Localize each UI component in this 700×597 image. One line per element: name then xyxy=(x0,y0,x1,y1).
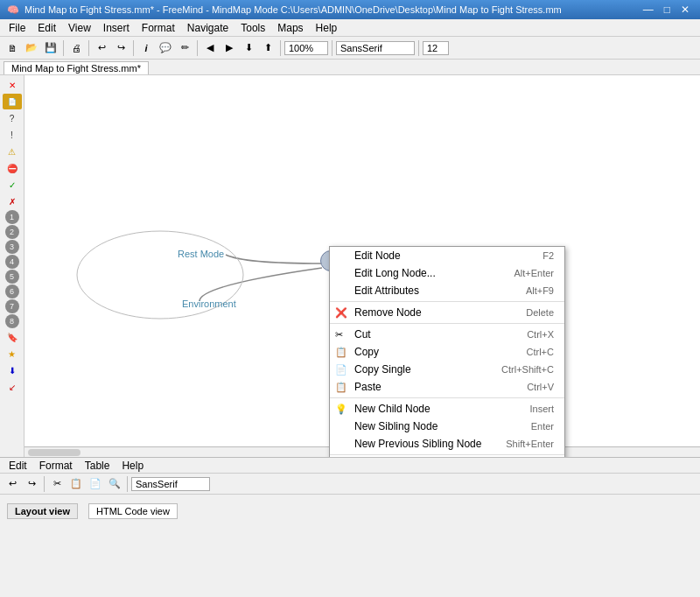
remove-icon: ❌ xyxy=(335,307,347,319)
sidebar-star-icon[interactable]: ★ xyxy=(3,346,22,362)
menu-maps[interactable]: Maps xyxy=(272,20,308,36)
cut-icon: ✂ xyxy=(335,329,343,341)
tb-special[interactable]: ✏ xyxy=(176,39,193,57)
ctx-sep-4 xyxy=(330,454,564,455)
menu-tools[interactable]: Tools xyxy=(235,20,270,36)
bt-cut[interactable]: ✂ xyxy=(48,475,66,493)
sidebar-question-icon[interactable]: ? xyxy=(3,110,22,126)
sidebar-arrow-sw-icon[interactable]: ↙ xyxy=(3,379,22,395)
sidebar-num6-icon[interactable]: 6 xyxy=(5,284,19,298)
size-input[interactable] xyxy=(423,41,449,55)
title-bar-text: Mind Map to Fight Stress.mm* - FreeMind … xyxy=(24,4,562,15)
ctx-copy[interactable]: 📋 Copy Ctrl+C xyxy=(330,343,564,361)
maximize-button[interactable]: □ xyxy=(661,4,674,16)
layout-view-tab[interactable]: Layout view xyxy=(7,503,78,519)
new-child-icon: 💡 xyxy=(335,404,347,415)
menu-help[interactable]: Help xyxy=(311,20,343,36)
ctx-copy-single[interactable]: 📄 Copy Single Ctrl+Shift+C xyxy=(330,361,564,378)
close-button[interactable]: ✕ xyxy=(677,4,693,16)
ctx-paste[interactable]: 📋 Paste Ctrl+V xyxy=(330,378,564,396)
font-input[interactable] xyxy=(336,41,415,55)
bottom-menu-table[interactable]: Table xyxy=(80,459,116,473)
bottom-menu-bar: Edit Format Table Help xyxy=(0,458,700,474)
menu-edit[interactable]: Edit xyxy=(32,20,61,36)
menu-bar: File Edit View Insert Format Navigate To… xyxy=(0,19,700,37)
bt-font-input[interactable] xyxy=(131,477,210,491)
bt-redo[interactable]: ↪ xyxy=(23,475,40,493)
tb-print[interactable]: 🖨 xyxy=(67,39,85,57)
sidebar-num5-icon[interactable]: 5 xyxy=(5,270,19,284)
bottom-menu-format[interactable]: Format xyxy=(34,459,78,473)
sidebar-cross-icon[interactable]: ✗ xyxy=(3,193,22,209)
menu-insert[interactable]: Insert xyxy=(98,20,135,36)
bt-search[interactable]: 🔍 xyxy=(106,475,123,493)
h-scroll-thumb[interactable] xyxy=(28,449,80,456)
ctx-sep-1 xyxy=(330,301,564,302)
sidebar-check-icon[interactable]: ✓ xyxy=(3,177,22,193)
rest-mode-node[interactable]: Rest Mode xyxy=(169,246,233,262)
ctx-edit-long[interactable]: Edit Long Node... Alt+Enter xyxy=(330,264,564,282)
bottom-status-bar: Layout view HTML Code view xyxy=(0,495,700,528)
bt-undo[interactable]: ↩ xyxy=(4,475,21,493)
tb-nav-up[interactable]: ⬆ xyxy=(259,39,276,57)
toolbar-sep-4 xyxy=(197,40,198,56)
sidebar-num2-icon[interactable]: 2 xyxy=(5,225,19,239)
sidebar-num1-icon[interactable]: 1 xyxy=(5,210,19,224)
ctx-edit-attr[interactable]: Edit Attributes Alt+F9 xyxy=(330,282,564,299)
tb-save[interactable]: 💾 xyxy=(42,39,60,57)
toolbar-sep-5 xyxy=(280,40,281,56)
sidebar-flag-icon[interactable]: 🔖 xyxy=(3,329,22,345)
menu-view[interactable]: View xyxy=(63,20,96,36)
sidebar-close-icon[interactable]: ✕ xyxy=(3,77,22,93)
bottom-menu-edit[interactable]: Edit xyxy=(4,459,32,473)
ctx-new-child[interactable]: 💡 New Child Node Insert xyxy=(330,400,564,418)
ctx-new-prev-sibling[interactable]: New Previous Sibling Node Shift+Enter xyxy=(330,435,564,453)
bottom-menu-help[interactable]: Help xyxy=(116,459,149,473)
tb-nav-down[interactable]: ⬇ xyxy=(240,39,257,57)
sidebar-num4-icon[interactable]: 4 xyxy=(5,255,19,269)
menu-format[interactable]: Format xyxy=(136,20,180,36)
tb-bubble[interactable]: 💬 xyxy=(157,39,174,57)
tb-open[interactable]: 📂 xyxy=(23,39,40,57)
bt-copy[interactable]: 📋 xyxy=(67,475,85,493)
tb-bold-i[interactable]: i xyxy=(137,39,155,57)
html-view-tab[interactable]: HTML Code view xyxy=(88,503,178,519)
title-bar: 🧠 Mind Map to Fight Stress.mm* - FreeMin… xyxy=(0,0,700,19)
sidebar-arrow-down-icon[interactable]: ⬇ xyxy=(3,362,22,378)
copy-single-icon: 📄 xyxy=(335,364,347,376)
toolbar-sep-7 xyxy=(418,40,419,56)
ctx-remove-node[interactable]: ❌ Remove Node Delete xyxy=(330,304,564,321)
tb-new[interactable]: 🗎 xyxy=(4,39,21,57)
ctx-cut[interactable]: ✂ Cut Ctrl+X xyxy=(330,326,564,343)
tb-nav-right[interactable]: ▶ xyxy=(220,39,238,57)
tab-bar: Mind Map to Fight Stress.mm* xyxy=(0,60,700,75)
zoom-input[interactable] xyxy=(284,41,328,55)
context-menu: Edit Node F2 Edit Long Node... Alt+Enter… xyxy=(329,246,565,457)
sidebar-stop-icon[interactable]: ⛔ xyxy=(3,160,22,176)
environment-node[interactable]: Environment xyxy=(173,296,245,312)
bt-paste[interactable]: 📄 xyxy=(87,475,104,493)
ctx-edit-node[interactable]: Edit Node F2 xyxy=(330,247,564,264)
toolbar-sep-1 xyxy=(63,40,64,56)
title-bar-left: 🧠 Mind Map to Fight Stress.mm* - FreeMin… xyxy=(7,4,562,16)
main-layout: ✕ 📄 ? ! ⚠ ⛔ ✓ ✗ 1 2 3 4 5 6 7 8 🔖 ★ ⬇ ↙ xyxy=(0,75,700,457)
toolbar: 🗎 📂 💾 🖨 ↩ ↪ i 💬 ✏ ◀ ▶ ⬇ ⬆ xyxy=(0,37,700,60)
main-tab[interactable]: Mind Map to Fight Stress.mm* xyxy=(4,61,149,74)
sidebar-num7-icon[interactable]: 7 xyxy=(5,299,19,313)
ctx-new-sibling[interactable]: New Sibling Node Enter xyxy=(330,418,564,435)
bottom-panel: Edit Format Table Help ↩ ↪ ✂ 📋 📄 🔍 Layou… xyxy=(0,457,700,527)
tb-nav-left[interactable]: ◀ xyxy=(201,39,219,57)
menu-file[interactable]: File xyxy=(4,20,31,36)
tb-undo[interactable]: ↩ xyxy=(93,39,110,57)
sidebar-num8-icon[interactable]: 8 xyxy=(5,314,19,328)
sidebar-icon-1[interactable]: 📄 xyxy=(3,94,22,109)
toolbar-sep-6 xyxy=(332,40,332,56)
minimize-button[interactable]: — xyxy=(640,4,657,16)
sidebar-num3-icon[interactable]: 3 xyxy=(5,240,19,254)
bt-sep-2 xyxy=(127,476,128,492)
sidebar-warning-icon[interactable]: ⚠ xyxy=(3,144,22,159)
canvas-area[interactable]: Mind Map to Fight Stress Rest Mode Food … xyxy=(24,75,700,457)
sidebar-exclaim-icon[interactable]: ! xyxy=(3,127,22,143)
menu-navigate[interactable]: Navigate xyxy=(182,20,234,36)
tb-redo[interactable]: ↪ xyxy=(112,39,130,57)
